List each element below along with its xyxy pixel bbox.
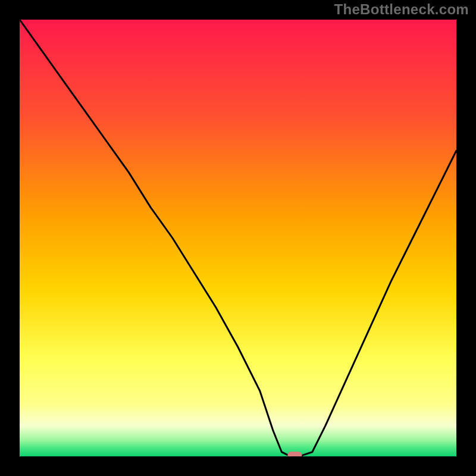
gradient-background: [20, 20, 456, 456]
watermark-text: TheBottleneck.com: [334, 1, 469, 18]
chart-frame: TheBottleneck.com: [0, 0, 476, 476]
optimal-point-marker: [287, 452, 302, 456]
plot-area: [20, 20, 456, 456]
bottleneck-chart-svg: [20, 20, 456, 456]
